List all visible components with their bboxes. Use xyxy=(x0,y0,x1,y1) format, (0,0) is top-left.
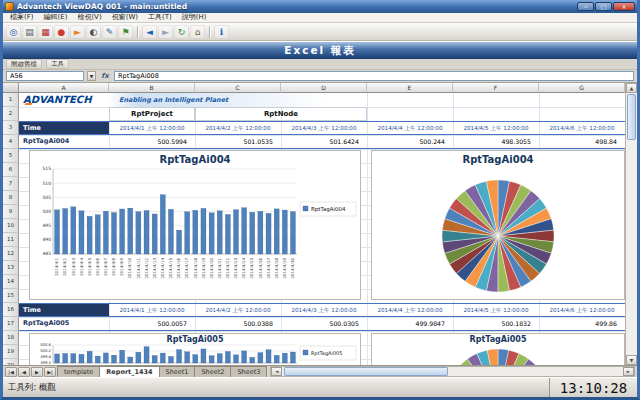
series-label-cell[interactable]: RptTagAi004 xyxy=(19,135,109,148)
value-cell[interactable]: 500.5994 xyxy=(109,135,195,148)
value-cell[interactable]: 501.6424 xyxy=(281,135,367,148)
snapshot-icon[interactable]: ◐ xyxy=(86,25,101,39)
sheet-tab-sheet1[interactable]: Sheet1 xyxy=(159,366,196,377)
hscroll-right-icon[interactable]: ► xyxy=(623,367,634,376)
row-header-9[interactable]: 9 xyxy=(3,205,19,219)
row-header-13[interactable]: 13 xyxy=(3,261,19,275)
vertical-scrollbar[interactable]: ▲ ▼ xyxy=(625,83,637,365)
value-cell[interactable]: 500.0388 xyxy=(195,317,281,330)
maximize-button[interactable]: □ xyxy=(595,2,612,11)
row-header-3[interactable]: 3 xyxy=(3,121,19,135)
date-cell[interactable]: 2014/4/1 上午 12:00:00 xyxy=(109,304,195,316)
value-cell[interactable]: 501.0535 xyxy=(195,135,281,148)
value-cell[interactable]: 500.1832 xyxy=(453,317,539,330)
cells-area[interactable]: ADVANTECHEnabling an Intelligent PlanetR… xyxy=(19,93,625,365)
row-header-17[interactable]: 17 xyxy=(3,317,19,331)
row-header-11[interactable]: 11 xyxy=(3,233,19,247)
pie-chart-rpttagai005[interactable]: RptTagAi005 xyxy=(371,333,625,365)
print-icon[interactable]: ▤ xyxy=(22,25,37,39)
value-cell[interactable]: 500.244 xyxy=(367,135,453,148)
series-label-cell[interactable]: RptTagAi005 xyxy=(19,317,109,330)
subtoolbar-item-1[interactable]: 開啟舊檔 xyxy=(6,59,42,69)
menu-view[interactable]: 檢視(V) xyxy=(72,13,106,22)
date-cell[interactable]: 2014/4/3 上午 12:00:00 xyxy=(281,304,367,316)
scroll-up-icon[interactable]: ▲ xyxy=(626,83,637,93)
row-header-7[interactable]: 7 xyxy=(3,177,19,191)
date-cell[interactable]: 2014/4/1 上午 12:00:00 xyxy=(109,122,195,134)
back-icon[interactable]: ◄ xyxy=(142,25,157,39)
refresh-icon[interactable]: ↻ xyxy=(174,25,189,39)
row-header-18[interactable]: 18 xyxy=(3,331,19,345)
menu-tools[interactable]: 工具(T) xyxy=(143,13,177,22)
menu-window[interactable]: 視窗(W) xyxy=(107,13,143,22)
time-label-cell[interactable]: Time xyxy=(19,122,109,134)
name-box-dropdown-icon[interactable]: ▼ xyxy=(87,71,96,81)
sheet-tab-sheet2[interactable]: Sheet2 xyxy=(194,366,231,377)
row-header-14[interactable]: 14 xyxy=(3,275,19,289)
select-all-corner[interactable] xyxy=(3,83,19,93)
edit-icon[interactable]: ✎ xyxy=(102,25,117,39)
column-header-e[interactable]: E xyxy=(367,83,453,93)
menu-edit[interactable]: 編輯(E) xyxy=(39,13,73,22)
date-cell[interactable]: 2014/4/5 上午 12:00:00 xyxy=(453,122,539,134)
horizontal-scrollbar[interactable]: ◄► xyxy=(270,366,635,377)
value-cell[interactable]: 500.0305 xyxy=(281,317,367,330)
home-icon[interactable]: ⌂ xyxy=(190,25,205,39)
formula-input[interactable]: RptTagAi008 xyxy=(114,71,634,81)
column-header-b[interactable]: B xyxy=(109,83,195,93)
row-header-12[interactable]: 12 xyxy=(3,247,19,261)
hscroll-left-icon[interactable]: ◄ xyxy=(271,367,282,376)
title-bar[interactable]: Advantech ViewDAQ 001 - main:untitled ─□… xyxy=(3,0,637,13)
value-cell[interactable]: 498.84 xyxy=(539,135,625,148)
row-header-1[interactable]: 1 xyxy=(3,93,19,107)
scroll-down-icon[interactable]: ▼ xyxy=(626,355,637,365)
column-header-c[interactable]: C xyxy=(195,83,281,93)
row-header-6[interactable]: 6 xyxy=(3,163,19,177)
row-header-4[interactable]: 4 xyxy=(3,135,19,149)
flag-icon[interactable]: ⚑ xyxy=(118,25,133,39)
row-header-8[interactable]: 8 xyxy=(3,191,19,205)
value-cell[interactable]: 498.3055 xyxy=(453,135,539,148)
value-cell[interactable]: 500.0057 xyxy=(109,317,195,330)
sheet-tab-report_1434[interactable]: Report_1434 xyxy=(99,366,159,377)
date-cell[interactable]: 2014/4/5 上午 12:00:00 xyxy=(453,304,539,316)
row-header-2[interactable]: 2 xyxy=(3,107,19,121)
row-header-19[interactable]: 19 xyxy=(3,345,19,359)
menu-file[interactable]: 檔案(F) xyxy=(5,13,39,22)
forward-icon[interactable]: ► xyxy=(158,25,173,39)
info-icon[interactable]: ℹ xyxy=(214,25,229,39)
column-header-a[interactable]: A xyxy=(19,83,109,93)
time-label-cell[interactable]: Time xyxy=(19,304,109,316)
bar-chart-rpttagai005[interactable]: RptTagAi005499.4499.8500.2500.62014/4/12… xyxy=(29,333,361,365)
date-cell[interactable]: 2014/4/2 上午 12:00:00 xyxy=(195,122,281,134)
play-icon[interactable]: ► xyxy=(70,25,85,39)
tab-nav-prev[interactable]: ◀ xyxy=(18,367,30,377)
menu-help[interactable]: 說明(H) xyxy=(177,13,212,22)
tab-nav-first[interactable]: |◀ xyxy=(5,367,17,377)
row-header-15[interactable]: 15 xyxy=(3,289,19,303)
close-button[interactable]: × xyxy=(613,2,635,11)
date-cell[interactable]: 2014/4/4 上午 12:00:00 xyxy=(367,122,453,134)
row-header-16[interactable]: 16 xyxy=(3,303,19,317)
minimize-button[interactable]: ─ xyxy=(577,2,594,11)
value-cell[interactable]: 499.9847 xyxy=(367,317,453,330)
date-cell[interactable]: 2014/4/6 上午 12:00:00 xyxy=(539,304,625,316)
record-icon[interactable]: ● xyxy=(54,25,69,39)
report-icon[interactable]: ▦ xyxy=(38,25,53,39)
sheet-tab-template[interactable]: template xyxy=(57,366,100,377)
cell-name-box[interactable]: A56 xyxy=(6,71,84,81)
vscroll-thumb[interactable] xyxy=(627,94,636,140)
sheet-tab-sheet3[interactable]: Sheet3 xyxy=(230,366,267,377)
hscroll-thumb[interactable] xyxy=(284,367,447,376)
date-cell[interactable]: 2014/4/4 上午 12:00:00 xyxy=(367,304,453,316)
zoom-icon[interactable]: ◎ xyxy=(6,25,21,39)
column-header-d[interactable]: D xyxy=(281,83,367,93)
bar-chart-rpttagai004[interactable]: RptTagAi0044854904955005055105152014/4/1… xyxy=(29,150,361,300)
subtoolbar-item-2[interactable]: 工具 xyxy=(46,59,69,69)
pie-chart-rpttagai004[interactable]: RptTagAi004 xyxy=(371,150,625,300)
date-cell[interactable]: 2014/4/2 上午 12:00:00 xyxy=(195,304,281,316)
value-cell[interactable]: 499.86 xyxy=(539,317,625,330)
date-cell[interactable]: 2014/4/3 上午 12:00:00 xyxy=(281,122,367,134)
column-header-f[interactable]: F xyxy=(453,83,539,93)
row-header-10[interactable]: 10 xyxy=(3,219,19,233)
